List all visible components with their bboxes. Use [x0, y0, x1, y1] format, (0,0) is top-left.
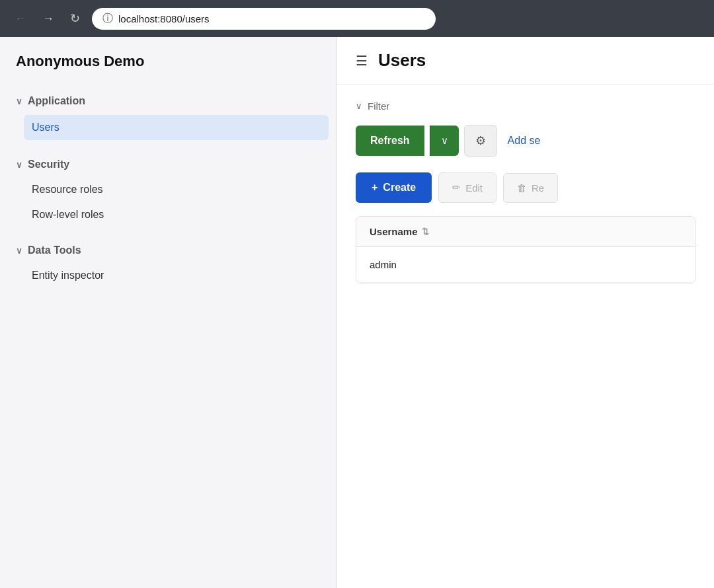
filter-label: Filter: [368, 100, 389, 112]
sidebar-item-users[interactable]: Users: [24, 115, 329, 140]
delete-label: Re: [532, 182, 544, 194]
plus-icon: +: [372, 182, 377, 194]
data-table: Username ⇅ admin: [356, 216, 695, 283]
sidebar-section-label: Application: [28, 95, 85, 107]
table-row[interactable]: admin: [356, 247, 695, 283]
chevron-down-icon-3: ∨: [16, 246, 22, 256]
back-button[interactable]: ←: [11, 10, 30, 27]
sort-icon: ⇅: [422, 227, 429, 237]
edit-label: Edit: [465, 182, 483, 194]
filter-chevron-icon: ∨: [356, 101, 362, 111]
crud-row: + Create ✏ Edit 🗑 Re: [356, 172, 695, 203]
reload-button[interactable]: ↻: [66, 10, 84, 27]
sidebar-section-data-tools[interactable]: ∨ Data Tools: [0, 238, 337, 263]
chevron-down-icon-2: ∨: [16, 160, 22, 170]
app-container: Anonymous Demo ∨ Application Users ∨ Sec…: [0, 37, 714, 588]
sidebar: Anonymous Demo ∨ Application Users ∨ Sec…: [0, 37, 337, 588]
main-content: ☰ Users ∨ Filter Refresh ∨ ⚙ Add se +: [337, 37, 714, 588]
create-button[interactable]: + Create: [356, 172, 432, 203]
page-title: Users: [378, 50, 426, 71]
sidebar-section-label-2: Security: [28, 159, 69, 170]
app-title: Anonymous Demo: [0, 53, 337, 89]
address-bar[interactable]: ⓘ localhost:8080/users: [92, 8, 436, 30]
divider: [0, 141, 337, 152]
main-body: ∨ Filter Refresh ∨ ⚙ Add se + Create ✏: [337, 85, 714, 299]
browser-chrome: ← → ↻ ⓘ localhost:8080/users: [0, 0, 714, 37]
gear-button[interactable]: ⚙: [464, 125, 497, 157]
gear-icon: ⚙: [475, 134, 486, 147]
hamburger-icon[interactable]: ☰: [356, 53, 368, 69]
divider-2: [0, 227, 337, 238]
sidebar-section-application[interactable]: ∨ Application: [0, 89, 337, 114]
sidebar-item-resource-roles[interactable]: Resource roles: [0, 177, 337, 202]
chevron-down-icon: ∨: [16, 96, 22, 106]
delete-button[interactable]: 🗑 Re: [503, 173, 558, 203]
filter-row[interactable]: ∨ Filter: [356, 100, 695, 112]
column-username-label: Username: [370, 226, 418, 237]
action-row: Refresh ∨ ⚙ Add se: [356, 125, 695, 157]
cell-username: admin: [370, 259, 397, 270]
main-header: ☰ Users: [337, 37, 714, 85]
url-text: localhost:8080/users: [118, 13, 210, 24]
table-header: Username ⇅: [356, 217, 695, 247]
sidebar-section-label-3: Data Tools: [28, 244, 81, 256]
info-icon: ⓘ: [102, 12, 113, 26]
refresh-button[interactable]: Refresh: [356, 126, 424, 156]
delete-icon: 🗑: [517, 182, 527, 194]
add-search-button[interactable]: Add se: [502, 127, 546, 155]
refresh-dropdown-button[interactable]: ∨: [430, 126, 459, 156]
create-label: Create: [383, 182, 416, 194]
column-username[interactable]: Username ⇅: [370, 226, 429, 237]
sidebar-item-row-level-roles[interactable]: Row-level roles: [0, 202, 337, 227]
forward-button[interactable]: →: [38, 10, 58, 27]
edit-button[interactable]: ✏ Edit: [438, 172, 496, 203]
sidebar-item-entity-inspector[interactable]: Entity inspector: [0, 263, 337, 288]
edit-icon: ✏: [452, 182, 461, 194]
sidebar-section-security[interactable]: ∨ Security: [0, 152, 337, 177]
